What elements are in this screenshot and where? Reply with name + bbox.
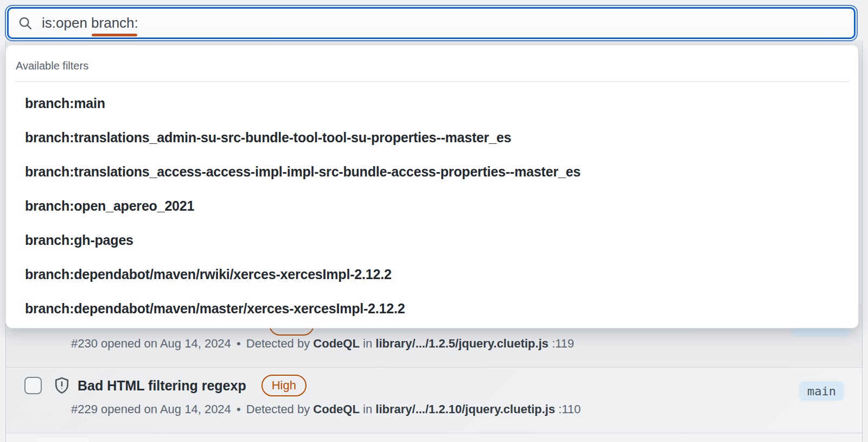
search-query-text: is:open branch: [42,15,138,31]
alert-number: #229 opened on Aug 14, 2024 [71,402,231,416]
query-token-is-open: is:open [42,15,91,31]
in-label: in [363,337,372,350]
alert-number: #230 opened on Aug 14, 2024 [71,337,231,350]
suggestion-branch-translations-access[interactable]: branch:translations_access-access-impl-i… [6,155,858,189]
suggestion-branch-open-apereo[interactable]: branch:open_apereo_2021 [6,189,858,223]
shield-alert-icon [53,375,71,396]
branch-badge-main[interactable]: main [799,381,844,401]
in-label: in [363,402,372,416]
suggestion-branch-dependabot-rwiki[interactable]: branch:dependabot/maven/rwiki/xerces-xer… [6,257,858,292]
next-row-hint [37,438,90,442]
code-scanning-alerts-page: #230 opened on Aug 14, 2024 • Detected b… [0,0,868,442]
search-icon [17,15,34,31]
alert-row-next-partial [6,433,862,442]
available-filters-header: Available filters [6,45,858,81]
alert-title-link[interactable]: Bad HTML filtering regexp [78,375,246,396]
alert-row-229: Bad HTML filtering regexp High main #229… [6,368,862,433]
tool-name: CodeQL [313,402,360,416]
suggestion-branch-main[interactable]: branch:main [6,86,858,121]
dot-separator: • [234,402,243,416]
dot-separator: • [234,337,243,350]
search-input[interactable]: is:open branch: [7,7,856,39]
suggestion-branch-translations-admin[interactable]: branch:translations_admin-su-src-bundle-… [6,121,858,155]
detected-by-label: Detected by [246,402,310,416]
suggestion-branch-dependabot-master[interactable]: branch:dependabot/maven/master/xerces-xe… [6,292,858,326]
tool-name: CodeQL [313,337,360,350]
line-number: :110 [558,402,580,416]
filter-suggestions-list: branch:main branch:translations_admin-su… [6,82,858,326]
line-number: :119 [552,337,574,350]
alert-checkbox[interactable] [24,377,42,394]
severity-badge-high: High [261,375,307,396]
file-path[interactable]: library/.../1.2.5/jquery.cluetip.js [375,337,548,350]
filter-suggestions-dropdown: Available filters branch:main branch:tra… [5,45,859,329]
alert-230-meta: #230 opened on Aug 14, 2024 • Detected b… [71,336,786,352]
alert-229-meta: #229 opened on Aug 14, 2024 • Detected b… [71,401,786,418]
detected-by-label: Detected by [246,337,310,350]
suggestion-branch-gh-pages[interactable]: branch:gh-pages [6,223,858,257]
file-path[interactable]: library/.../1.2.10/jquery.cluetip.js [375,402,555,416]
query-token-branch-active: branch: [91,15,138,31]
